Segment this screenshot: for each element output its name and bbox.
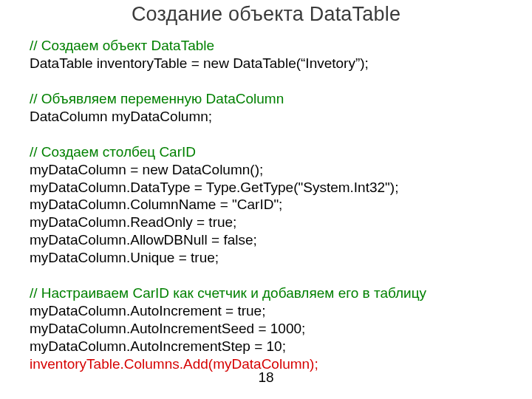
code-line: [30, 126, 510, 143]
code-line: myDataColumn.ReadOnly = true;: [30, 214, 510, 231]
code-line: // Настраиваем CarID как счетчик и добав…: [30, 284, 510, 302]
code-line: [30, 72, 510, 90]
code-line: [30, 267, 510, 284]
code-line: myDataColumn.AutoIncrementStep = 10;: [30, 338, 510, 355]
slide-title: Создание объекта DataTable: [0, 3, 532, 26]
code-line: myDataColumn.AllowDBNull = false;: [30, 231, 510, 249]
code-line: myDataColumn.DataType = Type.GetType("Sy…: [30, 179, 510, 197]
code-line: // Объявляем переменную DataColumn: [30, 90, 510, 108]
code-line: myDataColumn = new DataColumn();: [30, 161, 510, 179]
page-number: 18: [0, 369, 532, 386]
code-block: // Создаем объект DataTableDataTable inv…: [30, 37, 510, 373]
code-line: DataColumn myDataColumn;: [30, 108, 510, 126]
code-line: DataTable inventoryTable = new DataTable…: [30, 55, 510, 72]
code-line: myDataColumn.ColumnName = "CarID";: [30, 196, 510, 214]
code-line: myDataColumn.AutoIncrementSeed = 1000;: [30, 320, 510, 338]
code-line: myDataColumn.AutoIncrement = true;: [30, 302, 510, 320]
code-line: // Создаем объект DataTable: [30, 37, 510, 55]
code-line: // Создаем столбец CarID: [30, 143, 510, 161]
code-line: myDataColumn.Unique = true;: [30, 249, 510, 267]
slide: Создание объекта DataTable // Создаем об…: [0, 0, 532, 399]
